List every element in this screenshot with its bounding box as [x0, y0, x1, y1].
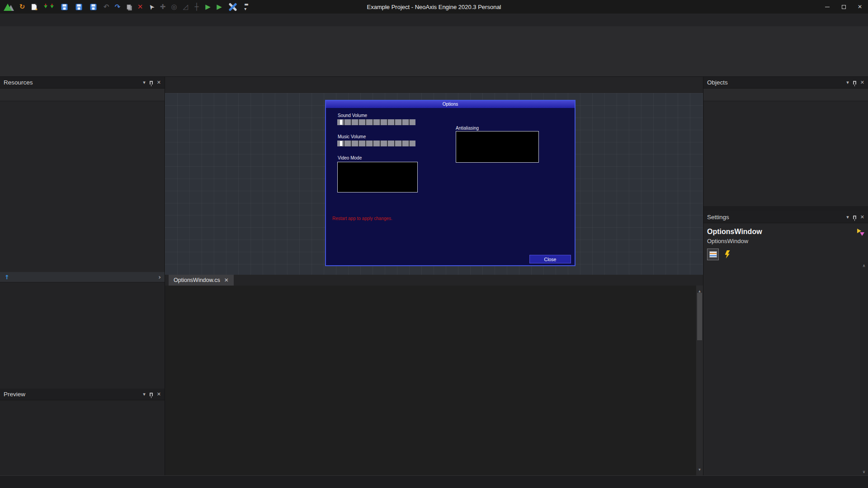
play-icon[interactable]: ▶	[204, 1, 212, 12]
save-all-icon[interactable]	[88, 1, 99, 12]
import-icon[interactable]	[42, 1, 55, 12]
maximize-button[interactable]	[835, 0, 852, 14]
window-controls: ✕	[819, 0, 868, 14]
code-tab-bar: OptionsWindow.cs ✕	[165, 275, 703, 286]
objects-toolbar	[703, 89, 868, 101]
selected-object-name: OptionsWindow	[707, 228, 762, 236]
settings-panel-title: Settings	[707, 214, 729, 221]
minimize-button[interactable]	[819, 0, 835, 14]
objects-panel-title: Objects	[707, 79, 728, 86]
code-tab[interactable]: OptionsWindow.cs ✕	[169, 275, 234, 286]
settings-link-icon[interactable]	[857, 229, 864, 235]
resources-file-area[interactable]	[0, 282, 165, 389]
settings-panel-header: Settings ▾✕	[703, 211, 868, 223]
resources-tree	[0, 101, 165, 272]
panel-dropdown-icon[interactable]: ▾	[143, 392, 146, 397]
options-dialog-titlebar[interactable]: Options	[326, 101, 575, 108]
pin-icon[interactable]	[853, 216, 856, 219]
properties-view-button[interactable]	[707, 249, 719, 260]
rotate-icon[interactable]: ◎	[170, 1, 178, 12]
objects-tree	[703, 101, 868, 206]
breadcrumb-up-icon[interactable]: ↑	[5, 274, 9, 280]
resources-toolbar	[0, 89, 165, 101]
dialog-close-button[interactable]: Close	[529, 255, 571, 263]
properties-icon	[709, 251, 717, 258]
move-icon[interactable]: ✚	[159, 1, 166, 12]
undo-icon[interactable]: ↶	[103, 1, 110, 12]
pin-icon[interactable]	[150, 81, 153, 84]
scrollbar-thumb[interactable]	[697, 293, 702, 340]
preview-panel-title: Preview	[4, 391, 25, 398]
document-tabs	[165, 80, 703, 93]
quick-access-toolbar: ↻↶↷✕➤✚◎◿┼▶▶▬▾	[0, 1, 250, 12]
delete-icon[interactable]: ✕	[137, 1, 144, 12]
center-area: Options Sound Volume Music Volume Video …	[165, 77, 703, 475]
restart-warning-text: Restart app to apply changes.	[332, 216, 392, 221]
selected-object-type: OptionsWindow	[703, 237, 868, 247]
local-icon[interactable]: ┼	[193, 1, 200, 12]
options-dialog[interactable]: Options Sound Volume Music Volume Video …	[325, 100, 576, 266]
code-scrollbar[interactable]: ▲▼	[696, 286, 703, 475]
events-view-button[interactable]	[722, 249, 733, 260]
copy-icon[interactable]	[125, 1, 132, 12]
breadcrumb: ↑ ›	[0, 272, 165, 282]
slider-handle[interactable]	[340, 120, 342, 125]
ui-editor-canvas[interactable]: Options Sound Volume Music Volume Video …	[165, 93, 703, 275]
run-player-icon[interactable]: ▶	[216, 1, 223, 12]
menu-bar	[0, 14, 868, 26]
antialiasing-list[interactable]	[456, 131, 539, 163]
lightning-icon	[725, 250, 730, 258]
pin-icon[interactable]	[853, 81, 856, 84]
preview-area	[0, 400, 165, 475]
select-icon[interactable]: ➤	[148, 1, 155, 12]
settings-scrollbar[interactable]: ∧∨	[860, 262, 868, 475]
close-icon[interactable]: ✕	[860, 80, 864, 85]
refresh-icon[interactable]: ↻	[19, 1, 26, 12]
settings-body: OptionsWindow OptionsWindow ∧∨	[703, 223, 868, 475]
music-volume-slider[interactable]	[337, 141, 415, 146]
preview-panel-header: Preview ▾✕	[0, 389, 165, 400]
panel-dropdown-icon[interactable]: ▾	[143, 80, 146, 85]
panel-dropdown-icon[interactable]: ▾	[846, 80, 849, 85]
status-bar	[0, 475, 868, 488]
close-icon[interactable]: ✕	[157, 392, 161, 397]
video-mode-label: Video Mode	[338, 155, 362, 160]
save-icon[interactable]	[59, 1, 70, 12]
title-bar: ↻↶↷✕➤✚◎◿┼▶▶▬▾ Example Project - NeoAxis …	[0, 0, 868, 14]
music-volume-label: Music Volume	[338, 134, 366, 139]
breadcrumb-overflow-icon[interactable]: ›	[158, 274, 161, 280]
quickbar-dropdown-icon[interactable]: ▬▾	[243, 1, 250, 12]
close-tab-icon[interactable]: ✕	[224, 277, 229, 283]
objects-panel-header: Objects ▾✕	[703, 77, 868, 89]
property-grid	[703, 262, 860, 475]
scale-icon[interactable]: ◿	[182, 1, 189, 12]
settings-icon[interactable]	[227, 1, 239, 12]
pin-icon[interactable]	[150, 393, 153, 396]
resources-panel-title: Resources	[4, 79, 33, 86]
ribbon-toolbar	[0, 26, 868, 77]
close-window-button[interactable]: ✕	[852, 0, 868, 14]
left-panel: Resources ▾✕ ↑ › Preview ▾✕	[0, 77, 165, 475]
video-mode-list[interactable]	[337, 162, 418, 192]
close-icon[interactable]: ✕	[157, 80, 161, 85]
neoaxis-logo-icon[interactable]	[4, 1, 14, 12]
new-file-icon[interactable]	[30, 1, 38, 12]
right-panel: Objects ▾✕ Settings ▾✕ OptionsWindow Opt…	[703, 77, 868, 475]
settings-view-switch	[703, 247, 868, 262]
sound-volume-slider[interactable]	[337, 119, 415, 125]
code-editor[interactable]: ▲▼	[165, 286, 703, 475]
panel-dropdown-icon[interactable]: ▾	[846, 215, 849, 220]
resources-panel-header: Resources ▾✕	[0, 77, 165, 89]
slider-handle[interactable]	[340, 141, 342, 146]
redo-icon[interactable]: ↷	[114, 1, 121, 12]
close-icon[interactable]: ✕	[860, 215, 864, 220]
save-as-icon[interactable]	[74, 1, 84, 12]
sound-volume-label: Sound Volume	[338, 113, 367, 118]
panel-splitter[interactable]	[703, 206, 868, 211]
antialiasing-label: Antialiasing	[456, 126, 479, 131]
